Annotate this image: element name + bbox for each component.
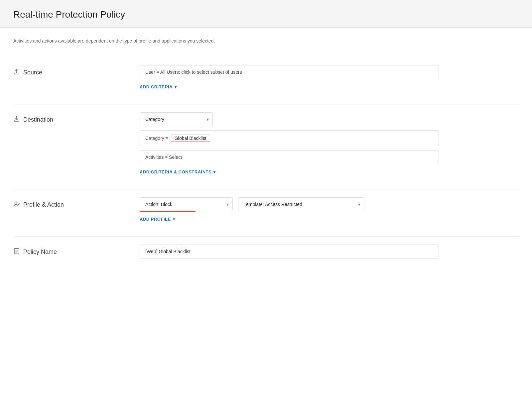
page-wrapper: Real-time Protection Policy Activities a… xyxy=(0,0,532,405)
action-select[interactable]: Action: Block Action: Allow Action: Moni… xyxy=(140,197,233,211)
divider-source-destination xyxy=(13,104,519,104)
template-select[interactable]: Template: Access Restricted Template: De… xyxy=(238,197,364,211)
download-icon xyxy=(13,116,20,124)
source-label-text: Source xyxy=(23,69,42,76)
activities-input[interactable] xyxy=(140,150,439,164)
add-profile-chevron: ▾ xyxy=(173,217,175,222)
description-text: Activities and actions available are dep… xyxy=(13,38,519,44)
upload-icon xyxy=(13,68,20,77)
source-add-criteria-label: ADD CRITERIA xyxy=(140,84,173,89)
profile-action-section: Profile & Action Action: Block Action: A… xyxy=(13,197,519,223)
divider-profile-policyname xyxy=(13,236,519,237)
policy-name-input[interactable] xyxy=(140,245,439,258)
source-add-criteria-chevron: ▾ xyxy=(175,85,177,89)
action-select-wrapper[interactable]: Action: Block Action: Allow Action: Moni… xyxy=(140,197,233,211)
source-add-criteria-area: ADD CRITERIA ▾ xyxy=(140,83,519,91)
category-value-field[interactable]: Category = Global Blacklist xyxy=(140,130,439,146)
profile-action-label: Profile & Action xyxy=(13,197,140,209)
source-add-criteria-button[interactable]: ADD CRITERIA ▾ xyxy=(140,83,177,91)
policy-name-section: Policy Name xyxy=(13,245,519,258)
category-field-prefix: Category = xyxy=(145,136,168,141)
page-content: Activities and actions available are dep… xyxy=(0,28,532,282)
destination-add-constraints-chevron: ▾ xyxy=(213,170,216,174)
category-select[interactable]: Category URL IP Address xyxy=(140,112,213,126)
source-criteria-input[interactable] xyxy=(140,65,439,79)
add-profile-label: ADD PROFILE xyxy=(140,217,171,222)
profile-add-profile-area: ADD PROFILE ▾ xyxy=(140,215,519,223)
destination-label: Destination xyxy=(13,112,140,124)
source-label: Source xyxy=(13,65,140,77)
profile-icon xyxy=(13,201,20,209)
divider-destination-profile xyxy=(13,189,519,189)
page-title: Real-time Protection Policy xyxy=(13,9,519,20)
template-select-wrapper[interactable]: Template: Access Restricted Template: De… xyxy=(238,197,364,211)
divider-top xyxy=(13,57,519,57)
destination-label-text: Destination xyxy=(23,116,53,123)
page-header: Real-time Protection Policy xyxy=(0,0,532,28)
add-profile-button[interactable]: ADD PROFILE ▾ xyxy=(140,215,175,223)
destination-add-constraints-button[interactable]: ADD CRITERIA & CONSTRAINTS ▾ xyxy=(140,168,216,176)
source-content: ADD CRITERIA ▾ xyxy=(140,65,519,91)
document-icon xyxy=(13,248,20,256)
category-select-wrapper[interactable]: Category URL IP Address ▾ xyxy=(140,112,213,126)
destination-add-constraints-area: ADD CRITERIA & CONSTRAINTS ▾ xyxy=(140,168,519,176)
profile-action-label-text: Profile & Action xyxy=(23,201,64,208)
policy-name-content xyxy=(140,245,519,258)
destination-content: Category URL IP Address ▾ Category = Glo… xyxy=(140,112,519,176)
svg-point-0 xyxy=(15,202,17,204)
category-field-value[interactable]: Global Blacklist xyxy=(171,135,210,142)
profile-action-content: Action: Block Action: Allow Action: Moni… xyxy=(140,197,519,223)
destination-section: Destination Category URL IP Address ▾ Ca… xyxy=(13,112,519,176)
source-section: Source ADD CRITERIA ▾ xyxy=(13,65,519,91)
destination-add-constraints-label: ADD CRITERIA & CONSTRAINTS xyxy=(140,169,211,174)
policy-name-label: Policy Name xyxy=(13,245,140,256)
action-template-row: Action: Block Action: Allow Action: Moni… xyxy=(140,197,519,211)
policy-name-label-text: Policy Name xyxy=(23,249,57,255)
